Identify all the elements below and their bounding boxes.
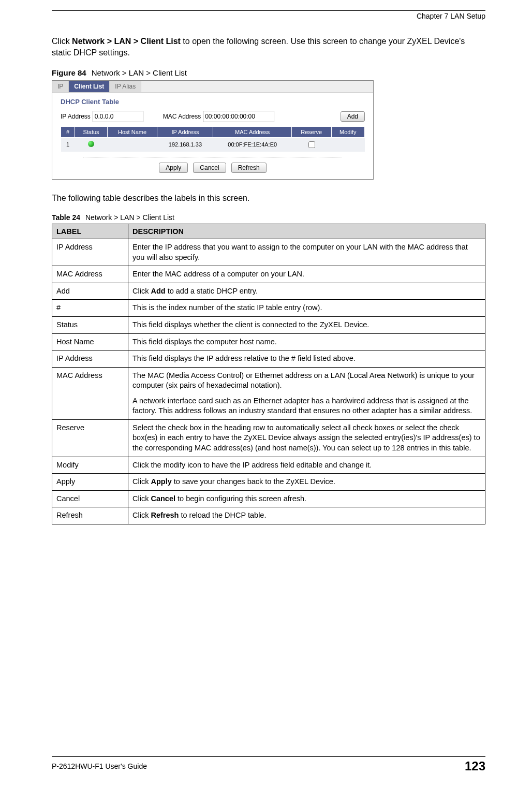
table-row: MAC AddressEnter the MAC address of a co…	[52, 266, 485, 283]
mac-address-input[interactable]	[203, 111, 274, 122]
th-label: LABEL	[52, 224, 128, 239]
mid-paragraph: The following table describes the labels…	[52, 193, 485, 204]
cell-host	[107, 137, 157, 152]
section-title: DHCP Client Table	[52, 93, 373, 109]
tab-client-list[interactable]: Client List	[69, 81, 110, 92]
chapter-header: Chapter 7 LAN Setup	[52, 12, 485, 20]
intro-nav-bold: Network > LAN > Client List	[72, 37, 181, 46]
col-ip: IP Address	[157, 126, 213, 137]
cancel-button[interactable]: Cancel	[193, 163, 226, 173]
ip-address-label: IP Address	[61, 113, 91, 120]
table-row: IP AddressEnter the IP address that you …	[52, 239, 485, 266]
refresh-button[interactable]: Refresh	[231, 163, 267, 173]
col-reserve: Reserve	[291, 126, 331, 137]
cell-num: 1	[61, 137, 75, 152]
screenshot-figure: IP Client List IP Alias DHCP Client Tabl…	[52, 80, 374, 180]
table-row: 1 192.168.1.33 00:0F:FE:1E:4A:E0	[61, 137, 365, 152]
table-row: CancelClick Cancel to begin configuring …	[52, 490, 485, 507]
cell-reserve	[291, 137, 331, 152]
reserve-checkbox[interactable]	[308, 141, 315, 148]
col-modify: Modify	[331, 126, 364, 137]
footer-guide: P-2612HWU-F1 User's Guide	[52, 762, 147, 770]
cell-status	[75, 137, 108, 152]
table-row: ReserveSelect the check box in the headi…	[52, 419, 485, 457]
table-row: Host NameThis field displays the compute…	[52, 333, 485, 350]
tab-ip[interactable]: IP	[52, 81, 69, 92]
intro-paragraph: Click Network > LAN > Client List to ope…	[52, 36, 485, 59]
table-row: ModifyClick the modify icon to have the …	[52, 457, 485, 474]
table-row: MAC AddressThe MAC (Media Access Control…	[52, 367, 485, 419]
add-button[interactable]: Add	[341, 111, 365, 122]
table-row: StatusThis field displays whether the cl…	[52, 316, 485, 333]
table-row: AddClick Add to add a static DHCP entry.	[52, 283, 485, 300]
page-number: 123	[465, 759, 485, 773]
table-row: IP AddressThis field displays the IP add…	[52, 350, 485, 368]
dhcp-client-table: # Status Host Name IP Address MAC Addres…	[61, 126, 365, 152]
col-status: Status	[75, 126, 108, 137]
col-host: Host Name	[107, 126, 157, 137]
table-row: RefreshClick Refresh to reload the DHCP …	[52, 507, 485, 524]
tab-ip-alias[interactable]: IP Alias	[110, 81, 141, 92]
table-row: ApplyClick Apply to save your changes ba…	[52, 474, 485, 491]
apply-button[interactable]: Apply	[159, 163, 188, 173]
col-num: #	[61, 126, 75, 137]
description-table: LABEL DESCRIPTION IP AddressEnter the IP…	[52, 224, 485, 524]
status-icon	[88, 141, 94, 147]
col-mac: MAC Address	[213, 126, 291, 137]
mac-address-label: MAC Address	[163, 113, 201, 120]
table-row: #This is the index number of the static …	[52, 300, 485, 317]
cell-mac: 00:0F:FE:1E:4A:E0	[213, 137, 291, 152]
figure-caption: Figure 84Network > LAN > Client List	[52, 68, 485, 77]
th-desc: DESCRIPTION	[128, 224, 485, 239]
ip-address-input[interactable]	[93, 111, 143, 122]
cell-ip: 192.168.1.33	[157, 137, 213, 152]
cell-modify	[331, 137, 364, 152]
table-caption: Table 24Network > LAN > Client List	[52, 213, 485, 222]
